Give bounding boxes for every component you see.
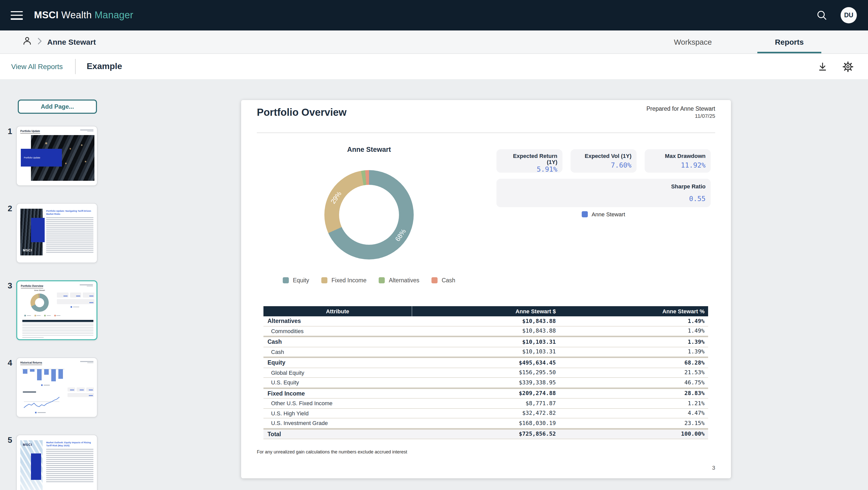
thumbnail-graphic <box>23 369 27 374</box>
page-number-label: 2 <box>3 204 12 213</box>
gear-icon[interactable] <box>842 61 854 72</box>
thumbnail-graphic: MSCI <box>23 248 32 252</box>
thumbnail-graphic <box>46 218 93 254</box>
prepared-for: Prepared for Anne Stewart <box>646 105 715 112</box>
thumbnail-graphic <box>67 393 94 397</box>
table-row: Cash$10,103.311.39% <box>264 336 708 347</box>
table-row: U.S. High Yield$32,472.824.47% <box>264 408 708 419</box>
thumbnail-graphic <box>31 218 45 242</box>
report-date: 11/07/25 <box>646 113 715 119</box>
chevron-right-icon <box>37 37 42 47</box>
thumbnail-graphic <box>87 131 93 131</box>
thumbnail-graphic <box>80 361 93 363</box>
brand-manager: Manager <box>95 10 133 20</box>
thumbnail-graphic: Historical Returns <box>20 361 42 365</box>
table-row: Other U.S. Fixed Income$8,771.871.21% <box>264 399 708 408</box>
thumbnail-graphic <box>51 369 56 381</box>
add-page-button[interactable]: Add Page... <box>18 99 97 114</box>
thumbnail-graphic <box>44 385 50 386</box>
thumbnail-graphic <box>22 391 61 415</box>
breadcrumb: Anne Stewart <box>22 36 96 48</box>
cell-percent: 1.49% <box>556 328 708 334</box>
cell-attribute: Total <box>264 431 412 437</box>
cell-attribute: Commodities <box>264 328 412 334</box>
brand-msci: MSCI <box>34 10 59 20</box>
page-number-label: 5 <box>3 436 12 445</box>
user-avatar[interactable]: DU <box>841 7 857 23</box>
legend-label: Fixed Income <box>332 277 367 283</box>
series-legend-swatch <box>582 211 588 217</box>
thumbnail-graphic <box>57 293 94 308</box>
donut-label-equity: 68% <box>394 227 407 243</box>
thumbnail-graphic <box>35 412 36 413</box>
person-icon[interactable] <box>22 36 32 48</box>
header-attribute: Attribute <box>264 308 412 314</box>
tab-workspace[interactable]: Workspace <box>645 30 741 53</box>
cell-percent: 46.75% <box>556 379 708 386</box>
download-icon[interactable] <box>817 61 828 72</box>
cell-attribute: U.S. Investment Grade <box>264 420 412 426</box>
page-thumbnail-1[interactable]: Portfolio Update Portfolio Update <box>16 126 97 186</box>
thumbnail-graphic <box>86 388 94 392</box>
thumbnail-graphic <box>80 129 93 131</box>
title-divider <box>257 132 715 133</box>
report-name: Example <box>87 61 122 71</box>
thumbnail-graphic <box>80 129 93 130</box>
report-toolbar: View All Reports Example <box>0 54 868 79</box>
cell-dollar: $10,103.31 <box>412 339 556 345</box>
page-thumbnail-2[interactable]: MSCI Portfolio Update: Navigating Tariff… <box>16 203 97 263</box>
legend-item-alternatives: Alternatives <box>379 277 419 283</box>
view-all-reports-link[interactable]: View All Reports <box>11 62 63 70</box>
thumbnail-graphic <box>80 284 93 285</box>
thumbnail-graphic <box>37 412 46 413</box>
cell-dollar: $495,634.45 <box>412 360 556 366</box>
thumbnail-graphic <box>30 294 49 312</box>
stats-panel: Expected Return (1Y) 5.91% Expected Vol … <box>496 149 711 217</box>
legend-swatch <box>379 277 385 283</box>
header-percent: Anne Stewart % <box>556 308 708 314</box>
cell-dollar: $725,856.52 <box>412 431 556 437</box>
thumbnail-graphic <box>34 315 41 316</box>
thumbnail-graphic: Portfolio Update <box>20 129 93 133</box>
cell-dollar: $10,103.31 <box>412 348 556 355</box>
thumbnail-graphic: MSCI <box>23 443 32 446</box>
cell-percent: 1.39% <box>556 348 708 355</box>
thumbnail-graphic: Portfolio Update <box>21 149 62 166</box>
page-thumbnail-5[interactable]: MSCI Market Outlook: Equity Impacts of R… <box>16 435 97 490</box>
menu-icon[interactable] <box>11 11 23 20</box>
cell-dollar: $156,295.50 <box>412 369 556 376</box>
thumbnail-graphic <box>87 362 93 363</box>
thumbnail-graphic: Market Outlook: Equity Impacts of Rising… <box>46 441 94 447</box>
brand-wealth: Wealth <box>61 10 92 20</box>
header-dollar: Anne Stewart $ <box>412 306 556 316</box>
legend-label: Alternatives <box>389 277 419 283</box>
legend-swatch <box>321 277 328 283</box>
thumbnail-graphic <box>57 293 68 298</box>
page-thumbnail-4[interactable]: Historical Returns <box>16 358 97 418</box>
legend-label: Cash <box>442 277 455 283</box>
thumbnail-graphic <box>30 369 34 372</box>
thumbnail-graphic <box>80 361 93 362</box>
client-name[interactable]: Anne Stewart <box>47 37 96 46</box>
thumbnail-graphic <box>54 315 56 316</box>
stat-card-expected-return: Expected Return (1Y) 5.91% <box>496 149 562 173</box>
thumbnail-graphic <box>80 284 93 286</box>
page-thumbnail-3[interactable]: Portfolio Overview Anne Stewart <box>16 280 97 340</box>
attribute-table-body: Alternatives$10,843.881.49%Commodities$1… <box>264 316 708 439</box>
legend-item-equity: Equity <box>283 277 309 283</box>
thumbnail-graphic <box>58 369 63 379</box>
thumbnail-graphic <box>24 315 26 316</box>
tab-reports[interactable]: Reports <box>741 30 838 53</box>
toolbar-divider <box>75 59 75 74</box>
thumbnail-graphic <box>24 315 31 316</box>
cell-dollar: $209,274.88 <box>412 390 556 397</box>
table-row: U.S. Equity$339,338.9546.75% <box>264 378 708 388</box>
thumbnail-graphic <box>22 337 44 338</box>
cell-dollar: $10,843.88 <box>412 318 556 325</box>
cell-attribute: U.S. Equity <box>264 379 412 386</box>
cell-attribute: Fixed Income <box>264 391 412 397</box>
thumbnail-graphic <box>36 315 41 316</box>
thumbnail-graphic <box>70 306 72 308</box>
thumbnail-graphic <box>22 320 93 322</box>
search-icon[interactable] <box>816 10 827 21</box>
